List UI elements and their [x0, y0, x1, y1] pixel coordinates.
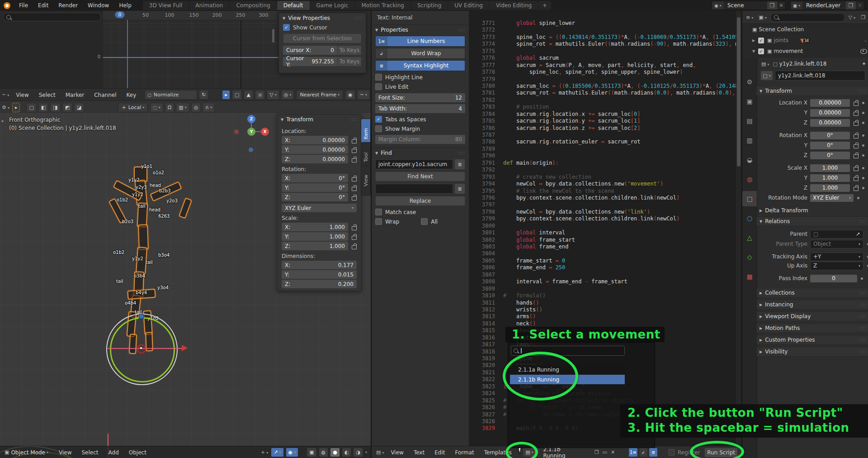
line-numbers-toggle[interactable]: 1≡Line Numbers	[375, 36, 465, 47]
prop-value-field[interactable]: 1.000	[810, 174, 850, 182]
code-line[interactable]: 3781 sacrum_rot = mathutils.Euler((math.…	[469, 90, 737, 96]
bone[interactable]	[138, 224, 149, 250]
axis-field[interactable]: Y:0.015	[282, 270, 357, 279]
workspace-tab-scripting[interactable]: Scripting	[411, 1, 448, 10]
lock-icon[interactable]	[854, 144, 859, 148]
menu-object[interactable]: Object	[124, 449, 151, 456]
lock-icon[interactable]	[352, 187, 357, 191]
scene-name[interactable]: Scene	[724, 2, 767, 9]
lock-icon[interactable]	[854, 134, 859, 138]
wrap-checkbox[interactable]	[375, 218, 382, 225]
prop-value-field[interactable]: 1.000	[810, 184, 850, 192]
pivot-icon[interactable]: ◌▾	[150, 103, 163, 112]
unlink-text-icon[interactable]: ✕	[609, 449, 617, 455]
animate-dot-icon[interactable]	[862, 177, 864, 179]
animate-dot-icon[interactable]	[862, 167, 864, 169]
lock-icon[interactable]	[854, 102, 859, 106]
proportional-icon[interactable]: ◉	[345, 90, 355, 100]
overlays-icon[interactable]: ◉▾	[286, 448, 299, 457]
lock-icon[interactable]	[352, 196, 357, 200]
target-icon[interactable]: ◎▾	[281, 90, 294, 100]
code-line[interactable]: 3801 global interval	[469, 229, 737, 236]
code-line[interactable]: 3803 global frame_end	[469, 243, 737, 250]
add-workspace-button[interactable]: +	[538, 1, 551, 10]
properties-tab-view-layer-icon[interactable]: ▥	[742, 133, 757, 148]
lock-icon[interactable]	[854, 167, 859, 171]
live-edit-checkbox[interactable]	[375, 83, 382, 90]
find-panel-header[interactable]: ▼Find::::	[372, 148, 469, 158]
workspace-tab-animation[interactable]: Animation	[189, 1, 229, 10]
expand-icon[interactable]: ▶	[750, 38, 757, 43]
collection-name[interactable]: Scene Collection	[759, 26, 804, 33]
axis-field[interactable]: Z:0°	[282, 193, 348, 201]
drag-grip-icon[interactable]: ::::	[859, 326, 866, 330]
close-scene-icon[interactable]: ✕	[777, 2, 785, 9]
outliner-row-movement[interactable]: ▼✓▣movement	[742, 46, 868, 57]
display-mode-icon[interactable]: ≡▾	[744, 14, 755, 20]
code-line[interactable]: 3776 global sacrum	[469, 55, 737, 62]
code-line[interactable]: 3795 # link the newCol to the scene	[469, 188, 737, 195]
menu-add[interactable]: Add	[104, 449, 124, 456]
menu-view[interactable]: View	[11, 92, 33, 98]
code-line[interactable]: 3784 sacrum.rig.location.x += sacrum_loc…	[469, 111, 737, 118]
code-line[interactable]: 3778 spine_loc, spine_rot, spine_upper, …	[469, 69, 737, 76]
collection-name[interactable]: joints	[774, 37, 788, 43]
mode-dropdown[interactable]: Object Mode	[11, 449, 45, 456]
footer-line-numbers-icon[interactable]: 1≡	[628, 448, 637, 457]
properties-tab-pose-icon[interactable]: △	[742, 230, 757, 245]
code-line[interactable]: 3808 interval = frame_end - frame_start	[469, 278, 737, 285]
properties-tab-world-icon[interactable]: ◍	[742, 172, 757, 187]
workspace-tab-compositing[interactable]: Compositing	[230, 1, 276, 10]
axis-arrow-icon[interactable]	[182, 345, 188, 351]
filter-funnel-icon[interactable]: ▽▾	[267, 90, 279, 100]
code-line[interactable]: 3787	[469, 132, 737, 138]
renderlayer-selector[interactable]: ▣▾ RenderLayer ❐ ✕	[790, 1, 864, 10]
animate-dot-icon[interactable]	[862, 134, 864, 137]
gizmo-x-axis[interactable]: X	[261, 128, 269, 136]
drag-grip-icon[interactable]: ::::	[859, 338, 866, 342]
code-line[interactable]: 3807	[469, 272, 737, 278]
menu-view[interactable]: View	[54, 449, 76, 456]
new-collection-icon[interactable]: ❐	[859, 14, 867, 20]
menu-edit[interactable]: Edit	[33, 2, 53, 9]
rotation-mode-dropdown[interactable]: XYZ Euler▾	[810, 194, 854, 202]
workspace-tab-video-editing[interactable]: Video Editing	[490, 1, 538, 10]
cursor-toggle-icon[interactable]: ▸	[222, 90, 230, 100]
code-line[interactable]: 3812 wrists()	[469, 306, 737, 313]
code-line[interactable]: 3779	[469, 76, 737, 83]
prop-value-field[interactable]: 1.000	[810, 164, 850, 172]
find-from-clipboard-icon[interactable]: ≣	[454, 159, 465, 170]
code-line[interactable]: 3814 neck()	[469, 320, 737, 327]
lock-icon[interactable]	[854, 177, 859, 181]
tracking-axis-dropdown[interactable]: +Y▾	[810, 253, 863, 261]
snap-magnet-icon[interactable]: Ω	[165, 103, 174, 112]
syntax-highlight-toggle[interactable]: ≣Syntax Highlight	[375, 60, 465, 71]
section-viewport-display[interactable]: ▶Viewport Display::::	[757, 311, 868, 321]
axis-field[interactable]: X:0.177	[282, 261, 357, 269]
select-mode-extend-icon[interactable]: ◧	[38, 103, 48, 112]
shading-material-icon[interactable]: ◐	[342, 448, 352, 457]
code-line[interactable]: 3793 # create new collection	[469, 174, 737, 181]
menu-marker[interactable]: Marker	[61, 92, 89, 98]
show-margin-checkbox[interactable]	[375, 125, 382, 132]
lock-icon[interactable]	[352, 245, 357, 249]
ruler-tick-0[interactable]: 0	[115, 11, 125, 18]
code-line[interactable]: 3771 global spine_lower	[469, 20, 737, 27]
normalize-refresh-icon[interactable]: ↻	[199, 90, 208, 100]
frame-snap-dropdown[interactable]: Nearest Frame▾	[296, 90, 343, 100]
show-cursor-checkbox[interactable]: ✓	[283, 24, 290, 31]
section-collections[interactable]: ▶Collections::::	[757, 288, 868, 298]
transform-section-header[interactable]: ▼Transform::::	[757, 86, 868, 96]
graph-search-input[interactable]	[3, 13, 101, 21]
menu-text[interactable]: Text	[409, 449, 429, 456]
all-checkbox[interactable]	[421, 218, 428, 225]
blender-logo-icon[interactable]	[4, 2, 10, 9]
code-line[interactable]: 3811 hands()	[469, 300, 737, 306]
code-line[interactable]: 3788 sacrum.rig.rotation_euler = sacrum_…	[469, 138, 737, 145]
drag-grip-icon[interactable]: ::::	[859, 314, 866, 319]
prop-value-field[interactable]: 0°	[810, 152, 850, 159]
match-case-checkbox[interactable]	[375, 209, 382, 215]
active-tool-icon[interactable]: ⚙▾	[0, 105, 11, 110]
proportional-falloff-icon[interactable]: ∩▾	[203, 103, 215, 112]
axis-field[interactable]: Y:0.00000	[282, 145, 348, 154]
